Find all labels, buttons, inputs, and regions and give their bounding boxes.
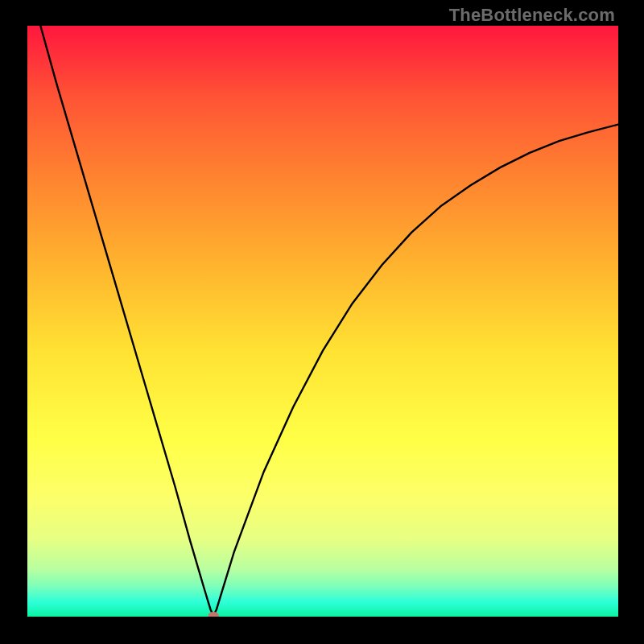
plot-area <box>27 26 618 617</box>
bottleneck-curve-path <box>27 26 618 616</box>
chart-frame: TheBottleneck.com <box>0 0 644 644</box>
minimum-marker <box>208 612 219 617</box>
chart-svg <box>27 26 618 617</box>
watermark-text: TheBottleneck.com <box>449 5 615 26</box>
